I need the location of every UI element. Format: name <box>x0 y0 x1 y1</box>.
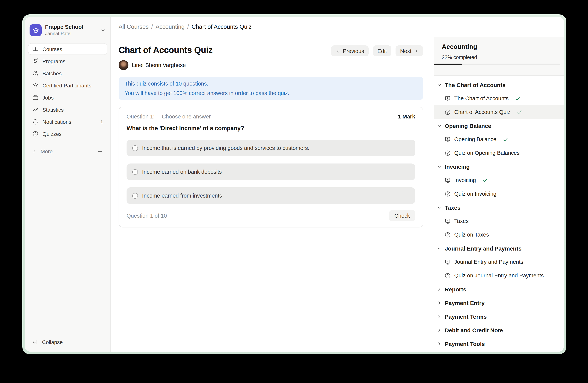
chevron-left-icon <box>336 49 340 53</box>
answer-option[interactable]: Income earned on bank deposits <box>126 164 415 180</box>
lesson-icon <box>444 136 451 142</box>
outline-item-quiz-on-taxes[interactable]: Quiz on Taxes <box>434 228 564 241</box>
sidebar-menu: CoursesProgramsBatchesCertified Particip… <box>28 43 107 139</box>
lesson-icon <box>444 259 451 265</box>
outline-item-invoicing[interactable]: Invoicing <box>434 173 564 187</box>
sidebar-item-batches[interactable]: Batches <box>28 68 107 79</box>
workspace-switcher[interactable]: Frappe School Jannat Patel <box>28 21 107 38</box>
outline-item-taxes[interactable]: Taxes <box>434 214 564 228</box>
outline-section-taxes[interactable]: Taxes <box>434 201 564 214</box>
outline-item-label: Journal Entry and Payments <box>454 259 523 265</box>
outline-section-title: Reports <box>445 286 466 292</box>
avatar <box>119 60 128 70</box>
programs-icon <box>32 58 39 64</box>
sidebar-item-label: Jobs <box>42 95 54 100</box>
outline-item-quiz-on-opening-balances[interactable]: Quiz on Opening Balances <box>434 146 564 160</box>
outline-item-label: Taxes <box>454 218 469 224</box>
breadcrumb-separator: / <box>151 23 153 30</box>
outline-item-chart-of-accounts-quiz[interactable]: Chart of Accounts Quiz <box>434 105 564 119</box>
question-marks: 1 Mark <box>398 114 415 120</box>
outline-section-the-chart-of-accounts[interactable]: The Chart of Accounts <box>434 78 564 92</box>
course-progress-bar <box>434 64 560 65</box>
page-title: Chart of Accounts Quiz <box>119 45 212 55</box>
outline-item-label: Chart of Accounts Quiz <box>454 109 510 115</box>
desktop-background: Frappe School Jannat Patel CoursesProgra… <box>0 0 588 383</box>
question-header: Question 1: Choose one answer 1 Mark <box>126 114 415 120</box>
chevron-right-icon <box>437 314 442 319</box>
outline-section-payment-entry[interactable]: Payment Entry <box>434 296 564 309</box>
help-circle-icon <box>32 131 39 137</box>
course-outline-header: Accounting 22% completed <box>434 37 564 76</box>
add-icon[interactable] <box>97 148 103 154</box>
banner-line: You will have to get 100% correct answer… <box>125 88 417 98</box>
outline-item-label: Quiz on Taxes <box>454 232 489 238</box>
chevron-right-icon <box>32 149 37 153</box>
outline-section-title: Payment Terms <box>445 313 487 320</box>
sidebar-item-label: Batches <box>42 70 62 76</box>
outline-item-quiz-on-invoicing[interactable]: Quiz on Invoicing <box>434 187 564 201</box>
outline-section-payment-terms[interactable]: Payment Terms <box>434 309 564 323</box>
collapse-button[interactable]: Collapse <box>28 336 107 348</box>
chevron-down-icon <box>100 28 106 33</box>
radio-icon[interactable] <box>132 169 138 175</box>
briefcase-icon <box>32 94 39 101</box>
radio-icon[interactable] <box>132 193 138 199</box>
next-label: Next <box>400 48 411 54</box>
sidebar-item-quizzes[interactable]: Quizzes <box>28 128 107 139</box>
answer-option-label: Income that is earned by providing goods… <box>142 145 309 151</box>
outline-section-opening-balance[interactable]: Opening Balance <box>434 119 564 133</box>
graduation-cap-icon <box>32 82 39 89</box>
sidebar-item-courses[interactable]: Courses <box>28 43 107 55</box>
outline-item-label: Quiz on Journal Entry and Payments <box>454 272 544 279</box>
sidebar-item-label: Statistics <box>42 107 64 113</box>
quiz-info-banner: This quiz consists of 10 questions. You … <box>119 77 423 100</box>
outline-item-quiz-on-journal-entry-and-payments[interactable]: Quiz on Journal Entry and Payments <box>434 269 564 282</box>
outline-section-invoicing[interactable]: Invoicing <box>434 160 564 173</box>
outline-section-title: Invoicing <box>445 163 470 170</box>
frappe-school-app: Frappe School Jannat Patel CoursesProgra… <box>25 17 564 352</box>
outline-section-payment-tools[interactable]: Payment Tools <box>434 337 564 350</box>
outline-item-label: Invoicing <box>454 177 476 183</box>
question-card: Question 1: Choose one answer 1 Mark Wha… <box>119 107 423 228</box>
edit-button[interactable]: Edit <box>373 45 391 57</box>
user-name: Jannat Patel <box>45 31 83 37</box>
quiz-icon <box>444 191 451 197</box>
next-button[interactable]: Next <box>396 45 423 57</box>
answer-option[interactable]: Income earned from investments <box>126 188 415 204</box>
question-footer: Question 1 of 10 Check <box>126 210 415 222</box>
outline-section-title: The Chart of Accounts <box>445 81 505 88</box>
left-sidebar: Frappe School Jannat Patel CoursesProgra… <box>25 17 111 352</box>
breadcrumb-all-courses[interactable]: All Courses <box>119 23 149 30</box>
edit-label: Edit <box>377 48 387 54</box>
quiz-icon <box>444 272 451 279</box>
radio-icon[interactable] <box>132 145 138 151</box>
outline-section-title: Payment Tools <box>445 340 485 347</box>
outline-item-the-chart-of-accounts[interactable]: The Chart of Accounts <box>434 92 564 105</box>
outline-section-reports[interactable]: Reports <box>434 282 564 296</box>
sidebar-spacer <box>28 157 107 336</box>
outline-section-title: Taxes <box>445 204 461 211</box>
outline-item-opening-balance[interactable]: Opening Balance <box>434 133 564 146</box>
workspace-labels: Frappe School Jannat Patel <box>45 24 83 37</box>
sidebar-more[interactable]: More <box>28 146 107 157</box>
answer-option[interactable]: Income that is earned by providing goods… <box>126 140 415 156</box>
quiz-icon <box>444 231 451 238</box>
outline-item-journal-entry-and-payments[interactable]: Journal Entry and Payments <box>434 255 564 269</box>
sidebar-item-statistics[interactable]: Statistics <box>28 104 107 115</box>
answer-option-label: Income earned from investments <box>142 193 222 199</box>
frappe-school-logo-icon <box>30 24 42 36</box>
quiz-icon <box>444 150 451 156</box>
breadcrumb-accounting[interactable]: Accounting <box>156 23 185 30</box>
sidebar-item-certified-participants[interactable]: Certified Participants <box>28 80 107 91</box>
sidebar-item-label: Quizzes <box>42 131 62 137</box>
sidebar-item-programs[interactable]: Programs <box>28 56 107 67</box>
sidebar-item-jobs[interactable]: Jobs <box>28 92 107 103</box>
previous-label: Previous <box>343 48 364 54</box>
sidebar-item-notifications[interactable]: Notifications1 <box>28 116 107 127</box>
outline-section-debit-and-credit-note[interactable]: Debit and Credit Note <box>434 323 564 337</box>
previous-button[interactable]: Previous <box>331 45 369 57</box>
banner-line: This quiz consists of 10 questions. <box>125 79 417 88</box>
question-number-label: Question 1: <box>126 114 155 120</box>
outline-section-journal-entry-and-payments[interactable]: Journal Entry and Payments <box>434 241 564 255</box>
check-button[interactable]: Check <box>389 210 415 222</box>
